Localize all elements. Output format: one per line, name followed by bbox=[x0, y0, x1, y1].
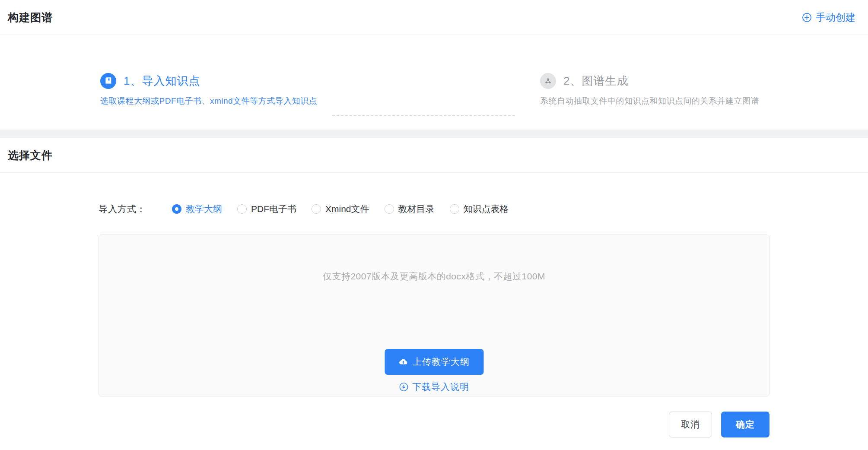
radio-option-xmind-file[interactable]: Xmind文件 bbox=[312, 203, 369, 215]
download-instructions-link[interactable]: 下载导入说明 bbox=[399, 381, 469, 393]
circle-plus-icon bbox=[802, 13, 812, 22]
footer-actions: 取消 确定 bbox=[99, 412, 769, 437]
graph-network-icon bbox=[540, 73, 556, 89]
step-import-knowledge: 1、导入知识点 选取课程大纲或PDF电子书、xmind文件等方式导入知识点 bbox=[100, 73, 317, 107]
step1-subtitle: 选取课程大纲或PDF电子书、xmind文件等方式导入知识点 bbox=[100, 95, 317, 107]
import-method-row: 导入方式： 教学大纲 PDF电子书 Xmind文件 教材目录 知识点表格 bbox=[99, 203, 769, 215]
radio-unselected-icon[interactable] bbox=[450, 204, 459, 214]
radio-selected-icon[interactable] bbox=[172, 204, 181, 214]
radio-label: PDF电子书 bbox=[251, 203, 296, 215]
step2-title: 2、图谱生成 bbox=[563, 73, 628, 89]
file-section-title: 选择文件 bbox=[8, 148, 53, 162]
step-graph-generation: 2、图谱生成 系统自动抽取文件中的知识点和知识点间的关系并建立图谱 bbox=[540, 73, 759, 107]
upload-outline-button-label: 上传教学大纲 bbox=[413, 356, 470, 368]
import-method-radio-group: 教学大纲 PDF电子书 Xmind文件 教材目录 知识点表格 bbox=[172, 203, 509, 215]
radio-label: Xmind文件 bbox=[325, 203, 369, 215]
radio-option-textbook-toc[interactable]: 教材目录 bbox=[385, 203, 435, 215]
file-select-form: 导入方式： 教学大纲 PDF电子书 Xmind文件 教材目录 知识点表格 bbox=[0, 173, 769, 437]
upload-format-hint: 仅支持2007版本及更高版本的docx格式，不超过100M bbox=[99, 270, 769, 282]
download-instructions-label: 下载导入说明 bbox=[412, 381, 469, 393]
section-divider bbox=[0, 130, 868, 138]
radio-unselected-icon[interactable] bbox=[385, 204, 394, 214]
step1-title: 1、导入知识点 bbox=[124, 73, 200, 89]
book-icon bbox=[100, 73, 116, 89]
upload-outline-button[interactable]: 上传教学大纲 bbox=[385, 349, 483, 375]
confirm-button[interactable]: 确定 bbox=[721, 412, 769, 437]
radio-label: 教学大纲 bbox=[186, 203, 222, 215]
manual-create-button[interactable]: 手动创建 bbox=[802, 11, 855, 24]
step2-subtitle: 系统自动抽取文件中的知识点和知识点间的关系并建立图谱 bbox=[540, 95, 759, 107]
radio-label: 教材目录 bbox=[398, 203, 435, 215]
file-section-header: 选择文件 bbox=[0, 138, 868, 173]
radio-option-pdf-ebook[interactable]: PDF电子书 bbox=[237, 203, 296, 215]
radio-unselected-icon[interactable] bbox=[237, 204, 247, 214]
manual-create-label: 手动创建 bbox=[816, 11, 855, 24]
page-title: 构建图谱 bbox=[8, 10, 53, 25]
radio-option-teaching-outline[interactable]: 教学大纲 bbox=[172, 203, 222, 215]
cloud-upload-icon bbox=[398, 357, 408, 367]
radio-unselected-icon[interactable] bbox=[312, 204, 321, 214]
cancel-button[interactable]: 取消 bbox=[669, 412, 712, 437]
import-method-label: 导入方式： bbox=[99, 203, 149, 215]
top-header: 构建图谱 手动创建 bbox=[0, 0, 868, 35]
radio-label: 知识点表格 bbox=[464, 203, 509, 215]
step-connector-dashed-line bbox=[332, 115, 515, 116]
upload-dropzone[interactable]: 仅支持2007版本及更高版本的docx格式，不超过100M 上传教学大纲 下载导… bbox=[99, 235, 769, 396]
radio-option-knowledge-table[interactable]: 知识点表格 bbox=[450, 203, 509, 215]
circle-download-icon bbox=[399, 382, 408, 392]
step-indicator: 1、导入知识点 选取课程大纲或PDF电子书、xmind文件等方式导入知识点 2、… bbox=[0, 35, 868, 130]
